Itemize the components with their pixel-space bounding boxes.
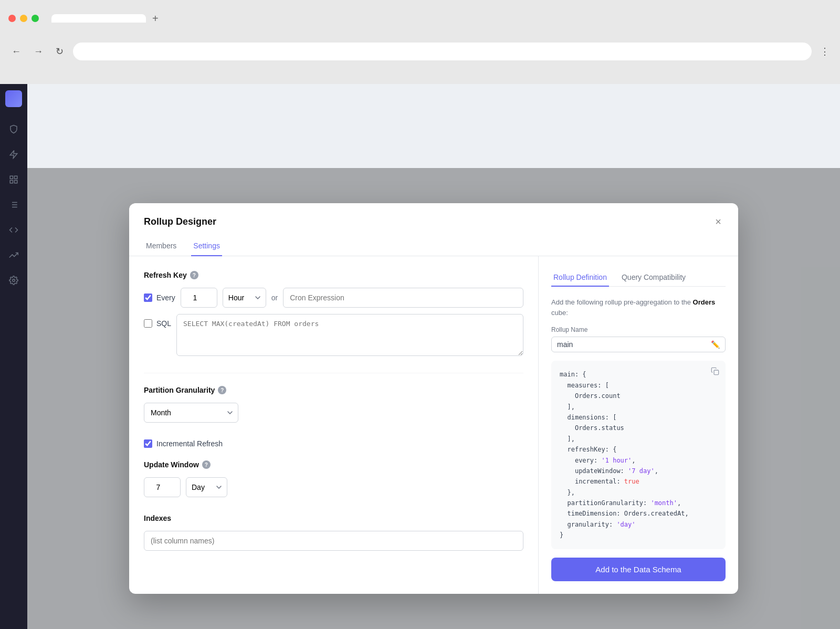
refresh-key-row: Every Hour Minute Day or: [144, 288, 523, 308]
svg-rect-2: [10, 181, 13, 183]
add-to-data-schema-button[interactable]: Add to the Data Schema: [551, 558, 726, 581]
sidebar-icon-shield[interactable]: [6, 122, 21, 137]
every-checkbox-label[interactable]: Every: [144, 293, 175, 302]
every-checkbox[interactable]: [144, 293, 152, 302]
browser-chrome: + ← → ↻ ⋮: [0, 0, 840, 84]
update-window-help-icon[interactable]: ?: [202, 460, 211, 469]
tab-members[interactable]: Members: [144, 236, 178, 256]
modal-tab-bar: Members Settings: [129, 236, 738, 256]
svg-rect-0: [10, 176, 13, 179]
sidebar: [0, 84, 27, 629]
sidebar-icon-settings[interactable]: [6, 273, 21, 288]
browser-menu-icon[interactable]: ⋮: [818, 44, 832, 59]
rollup-name-input[interactable]: [557, 340, 711, 349]
sidebar-icon-chart[interactable]: [6, 172, 21, 187]
sql-textarea[interactable]: [176, 314, 523, 356]
left-panel: Refresh Key ? Every Hour Minute: [129, 256, 539, 593]
refresh-key-title: Refresh Key ?: [144, 271, 523, 279]
update-window-number-input[interactable]: [144, 477, 181, 497]
modal-body: Refresh Key ? Every Hour Minute: [129, 256, 738, 593]
minimize-traffic-light[interactable]: [20, 15, 27, 22]
sql-checkbox-label[interactable]: SQL: [144, 314, 171, 328]
refresh-key-help-icon[interactable]: ?: [190, 271, 198, 279]
every-number-input[interactable]: [181, 288, 217, 308]
partition-granularity-select[interactable]: Month Day Hour Week Year: [144, 403, 238, 423]
back-button[interactable]: ←: [8, 44, 24, 59]
sidebar-icon-code[interactable]: [6, 223, 21, 237]
close-traffic-light[interactable]: [8, 15, 16, 22]
sidebar-icon-lightning[interactable]: [6, 147, 21, 162]
indexes-input[interactable]: [144, 531, 523, 551]
tab-bar: +: [51, 13, 832, 25]
sidebar-icon-trending[interactable]: [6, 248, 21, 263]
rollup-description: Add the following rollup pre-aggregation…: [551, 297, 726, 318]
tab-query-compatibility[interactable]: Query Compatibility: [620, 269, 688, 287]
modal-overlay: Rollup Designer × Members Settings Refre…: [27, 168, 840, 629]
sidebar-icon-list[interactable]: [6, 197, 21, 212]
update-window-unit-select[interactable]: Day Week Month: [186, 477, 227, 497]
update-window-title: Update Window ?: [144, 460, 523, 469]
sql-row: SQL: [144, 314, 523, 356]
indexes-section: Indexes: [144, 514, 523, 551]
traffic-lights: [8, 15, 39, 22]
svg-point-10: [13, 279, 15, 282]
browser-titlebar: +: [0, 0, 840, 37]
modal-close-button[interactable]: ×: [713, 214, 723, 230]
right-tab-bar: Rollup Definition Query Compatibility: [551, 269, 726, 287]
svg-rect-3: [15, 181, 17, 183]
svg-rect-11: [714, 370, 719, 375]
rollup-name-label: Rollup Name: [551, 326, 726, 333]
modal-title: Rollup Designer: [144, 216, 216, 227]
modal-header: Rollup Designer ×: [129, 203, 738, 230]
partition-granularity-section: Partition Granularity ? Month Day Hour W…: [144, 386, 523, 423]
rollup-designer-modal: Rollup Designer × Members Settings Refre…: [129, 203, 738, 593]
incremental-refresh-label[interactable]: Incremental Refresh: [144, 439, 523, 448]
forward-button[interactable]: →: [30, 44, 46, 59]
sql-checkbox[interactable]: [144, 319, 152, 328]
refresh-key-section: Refresh Key ? Every Hour Minute: [144, 271, 523, 356]
browser-toolbar: ← → ↻ ⋮: [0, 37, 840, 66]
partition-title: Partition Granularity ?: [144, 386, 523, 394]
indexes-title: Indexes: [144, 514, 523, 522]
maximize-traffic-light[interactable]: [32, 15, 39, 22]
tab-settings[interactable]: Settings: [191, 236, 222, 256]
code-block: main: { measures: [ Orders.count ], dime…: [551, 361, 726, 549]
incremental-refresh-section: Incremental Refresh: [144, 439, 523, 448]
address-bar[interactable]: [73, 43, 812, 60]
new-tab-button[interactable]: +: [146, 13, 165, 25]
reload-button[interactable]: ↻: [52, 44, 67, 59]
update-window-row: Day Week Month: [144, 477, 523, 497]
cron-expression-input[interactable]: [283, 288, 523, 308]
active-tab[interactable]: [51, 14, 146, 23]
rollup-name-row: ✏️: [551, 337, 726, 352]
app-logo[interactable]: [5, 90, 22, 107]
copy-code-icon[interactable]: [711, 367, 719, 379]
or-text: or: [271, 293, 278, 302]
svg-rect-1: [15, 176, 17, 179]
update-window-section: Update Window ? Day Week Month: [144, 460, 523, 497]
incremental-refresh-checkbox[interactable]: [144, 439, 152, 448]
edit-rollup-name-icon[interactable]: ✏️: [711, 340, 720, 349]
tab-rollup-definition[interactable]: Rollup Definition: [551, 269, 609, 287]
partition-help-icon[interactable]: ?: [218, 386, 226, 394]
right-panel: Rollup Definition Query Compatibility Ad…: [539, 256, 738, 593]
time-unit-select[interactable]: Hour Minute Day: [223, 288, 266, 308]
